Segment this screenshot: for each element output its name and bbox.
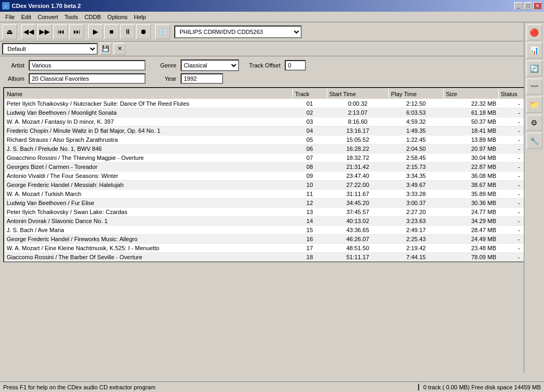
table-row[interactable]: J. S. Bach / Prelude No. 1, BWV 846 06 1… [5,144,540,154]
table-row[interactable]: J. S. Bach / Ave Maria 15 43:36.65 2:49.… [5,226,540,235]
table-row[interactable]: Gioacchino Rossini / The Thieving Magpie… [5,154,540,163]
profile-bar: Default 💾 ✕ [0,41,544,56]
track-start: 40:13.02 [327,217,388,226]
prev-track-button[interactable]: ◀◀ [21,24,36,39]
artist-label: Artist [3,62,24,69]
menu-options[interactable]: Options [104,13,131,21]
profile-selector[interactable]: Default [2,43,98,55]
menu-convert[interactable]: Convert [35,13,62,21]
play-button[interactable]: ▶ [88,24,103,39]
track-number: 09 [293,172,327,181]
track-start: 43:36.65 [327,226,388,235]
track-list[interactable]: Name Track Start Time Play Time Size Sta… [3,87,541,262]
menu-tools[interactable]: Tools [61,13,81,21]
track-start: 23:47.40 [327,172,388,181]
genre-label: Genre [150,62,176,69]
genre-selector[interactable]: ClassicalRockPopJazzBluesCountryElectron… [181,59,239,71]
rip-button[interactable]: 🔴 [526,24,542,40]
track-number: 05 [293,135,327,144]
track-start: 46:26.07 [327,235,388,244]
close-button[interactable]: ✕ [533,2,542,10]
tools-button[interactable]: 🔧 [526,133,542,149]
track-offset-input[interactable] [285,60,306,71]
table-row[interactable]: George Frederic Handel / Messiah: Halelu… [5,181,540,190]
track-number: 07 [293,154,327,163]
track-play: 3:49.67 [388,181,443,190]
track-offset-label: Track Offset [243,62,280,69]
metadata-section: Artist Genre ClassicalRockPopJazzBluesCo… [3,59,541,84]
table-row[interactable]: Ludwig Van Beethoven / Fur Elise 12 34:4… [5,199,540,208]
track-number: 12 [293,199,327,208]
album-row: Album Year [3,73,541,84]
start-button[interactable]: ⏮ [53,24,68,39]
track-number: 03 [293,117,327,126]
menu-cddb[interactable]: CDDB [81,13,104,21]
stop-button[interactable]: ■ [104,24,119,39]
track-size: 22.32 MB [444,99,498,108]
track-start: 31:11.67 [327,190,388,199]
table-row[interactable]: Giaccomo Rossini / The Barber Of Seville… [5,253,540,262]
pause-button[interactable]: ⏸ [120,24,135,39]
track-size: 18.41 MB [444,126,498,135]
track-number: 10 [293,181,327,190]
folder-button[interactable]: 📁 [526,97,542,113]
track-start: 21:31.42 [327,163,388,172]
track-number: 16 [293,235,327,244]
track-play: 2:12.50 [388,99,443,108]
table-row[interactable]: Ludwig Van Beethoven / Moonlight Sonata … [5,108,540,117]
table-row[interactable]: Georges Bizet / Carmen - Toreador 08 21:… [5,163,540,172]
track-name: Frederic Chopin / Minute Waltz in D flat… [5,126,293,135]
end-button[interactable]: ⏭ [69,24,84,39]
track-size: 22.87 MB [444,163,498,172]
track-number: 15 [293,226,327,235]
table-row[interactable]: George Frederic Handel / Fireworks Music… [5,235,540,244]
track-name: Peter Ilyich Tchaikovsky / Swan Lake: Cz… [5,208,293,217]
year-input[interactable] [181,73,223,84]
convert-button[interactable]: 🔄 [526,61,542,76]
eject-button[interactable]: ⏏ [2,24,17,39]
col-header-track: Track [293,89,327,99]
window-title: CDex Version 1.70 beta 2 [12,3,81,9]
table-row[interactable]: W. A. Mozart / Fantasy In D minor, K. 39… [5,117,540,126]
track-number: 11 [293,190,327,199]
main-content: Artist Genre ClassicalRockPopJazzBluesCo… [0,56,544,266]
track-size: 13.89 MB [444,135,498,144]
wave-button[interactable]: 〰 [526,79,542,95]
table-row[interactable]: Antonin Dvorak / Slavonic Dance No. 1 14… [5,217,540,226]
track-number: 13 [293,208,327,217]
menu-file[interactable]: File [2,13,18,21]
track-start: 37:45.57 [327,208,388,217]
table-row[interactable]: Peter Ilyich Tchaikovsky / Nutcracker Su… [5,99,540,108]
status-bar: Press F1 for help on the CDex audio CD e… [0,381,544,392]
table-row[interactable]: Frederic Chopin / Minute Waltz in D flat… [5,126,540,135]
album-input[interactable] [29,73,146,84]
title-bar: ♪ CDex Version 1.70 beta 2 _ □ ✕ [0,0,544,12]
artist-input[interactable] [29,60,146,71]
delete-profile-button[interactable]: ✕ [114,43,125,55]
track-size: 50.37 MB [444,117,498,126]
table-row[interactable]: W. A. Mozart / Eine Kleine Nachtmusik, K… [5,244,540,253]
table-row[interactable]: Peter Ilyich Tchaikovsky / Swan Lake: Cz… [5,208,540,217]
menu-help[interactable]: Help [131,13,149,21]
record-button[interactable]: ⏺ [136,24,151,39]
table-row[interactable]: Johann Pachelbel / Canon In D major 19 5… [5,262,540,263]
track-start: 8:16.60 [327,117,388,126]
menu-edit[interactable]: Edit [18,13,35,21]
minimize-button[interactable]: _ [514,2,523,10]
cddb-button[interactable]: 💿 [155,24,170,39]
track-name: Georges Bizet / Carmen - Toreador [5,163,293,172]
save-profile-button[interactable]: 💾 [100,43,112,55]
track-start: 48:51.50 [327,244,388,253]
table-row[interactable]: W. A. Mozart / Turkish March 11 31:11.67… [5,190,540,199]
maximize-button[interactable]: □ [524,2,532,10]
next-track-button[interactable]: ▶▶ [37,24,52,39]
settings-button[interactable]: ⚙ [526,115,542,131]
table-row[interactable]: Richard Strauss / Also Sprach Zarathrust… [5,135,540,144]
table-row[interactable]: Antonio Vivaldi / The Four Seasons: Wint… [5,172,540,181]
track-play: 1:49.35 [388,126,443,135]
drive-selector[interactable]: PHILIPS CDRW/DVD CDD5263 [174,25,302,38]
track-play: 2:27.20 [388,208,443,217]
chart-button[interactable]: 📊 [526,42,542,58]
track-size: 47.95 MB [444,262,498,263]
track-size: 61.18 MB [444,108,498,117]
